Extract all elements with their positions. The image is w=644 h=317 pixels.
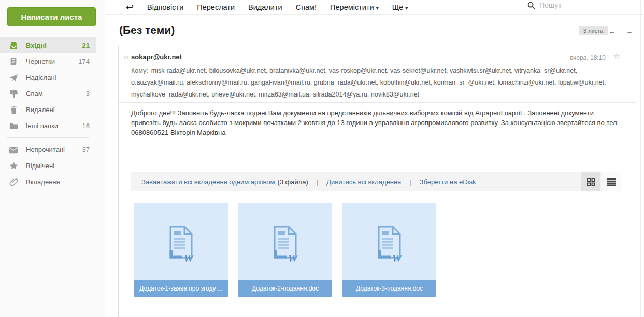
attachment-tiles: W Додаток-1-заява про згоду ... W Додато… [134, 203, 436, 297]
attachment-tile[interactable]: W Додаток-3-подання.doc [342, 203, 436, 297]
folder-icon [8, 121, 19, 131]
sidebar-divider [7, 137, 89, 138]
folder-label: Видалені [26, 106, 90, 114]
more-button[interactable]: Ще▾ [392, 3, 408, 11]
download-all-link[interactable]: Завантажити всі вкладення одним архівом [141, 178, 275, 186]
folder-label: Вхідні [26, 42, 82, 49]
save-to-edisk-link[interactable]: Зберегти на eDisk [420, 178, 476, 186]
thread-count-badge: 3 листа [579, 26, 608, 35]
svg-text:W: W [288, 252, 298, 264]
drafts-icon [8, 57, 19, 66]
folder-label: Спам [26, 90, 86, 98]
svg-text:W: W [392, 252, 403, 264]
attachment-tile[interactable]: W Додаток-1-заява про згоду ... [134, 203, 228, 297]
prev-message-arrow[interactable]: ← [609, 27, 616, 35]
inbox-icon [8, 41, 19, 50]
spam-button[interactable]: Спам! [296, 3, 317, 11]
sender-address[interactable]: sokapr@ukr.net [131, 53, 182, 61]
folder-label: Інші папки [26, 122, 82, 130]
sidebar-item-attachments[interactable]: Вкладення [0, 174, 96, 190]
message-date: вчора, 18:10 [570, 54, 606, 61]
folder-label: Чернетки [26, 58, 78, 65]
move-label: Перемістити [330, 3, 374, 11]
main-area: ↩ Відповісти Переслати Видалити Спам! Пе… [106, 0, 644, 317]
to-label: Кому: [131, 67, 148, 74]
link-separator: | [409, 178, 411, 186]
thread-title: (Без теми) [119, 24, 175, 36]
mail-app: Написати листа Вхідні 21 Чернетки 174 [0, 0, 644, 317]
sidebar: Написати листа Вхідні 21 Чернетки 174 [0, 0, 105, 317]
view-all-link[interactable]: Дивитись всі вкладення [326, 178, 401, 186]
word-document-icon: W [374, 225, 406, 266]
chevron-down-icon: ▾ [405, 5, 408, 11]
svg-text:W: W [183, 252, 194, 264]
attachment-name: Додаток-1-заява про згоду ... [134, 280, 228, 297]
folder-label: Вкладення [26, 178, 90, 186]
paperclip-icon [8, 177, 19, 187]
view-switcher [580, 172, 621, 191]
back-icon[interactable]: ↩ [126, 3, 134, 12]
list-view-icon [607, 178, 616, 186]
trash-icon [8, 105, 19, 115]
folder-count: 174 [78, 58, 90, 65]
thumbs-down-icon [8, 89, 19, 99]
next-message-arrow[interactable]: → [626, 27, 633, 35]
folder-count: 16 [82, 122, 90, 130]
attachment-name: Додаток-3-подання.doc [342, 280, 436, 297]
grid-view-button[interactable] [581, 172, 600, 191]
sidebar-item-other-folders[interactable]: Інші папки 16 [0, 118, 96, 134]
message-card: sokapr@ukr.net вчора, 18:10 ☆ Кому:misk-… [118, 46, 636, 317]
attachments-toolbar: Завантажити всі вкладення одним архівом … [131, 172, 621, 191]
folder-label: Надіслані [26, 74, 90, 81]
search-box [527, 1, 617, 9]
sidebar-item-trash[interactable]: Видалені [0, 102, 96, 118]
word-document-icon: W [165, 225, 197, 266]
attachment-tile[interactable]: W Додаток-2-подання.doc [238, 203, 332, 297]
header-divider [119, 102, 636, 103]
folder-count: 3 [86, 90, 90, 98]
attachment-name: Додаток-2-подання.doc [238, 280, 332, 297]
right-edge-divider [640, 0, 641, 317]
sent-icon [8, 73, 19, 82]
star-icon [8, 161, 19, 171]
word-document-icon: W [269, 225, 302, 266]
compose-button[interactable]: Написати листа [7, 7, 96, 26]
grid-view-icon [587, 178, 595, 186]
sidebar-item-spam[interactable]: Спам 3 [0, 86, 96, 102]
star-toggle-icon[interactable]: ☆ [613, 51, 620, 61]
search-icon [527, 2, 535, 9]
folder-list: Вхідні 21 Чернетки 174 Надіслані [0, 37, 96, 190]
message-toolbar: ↩ Відповісти Переслати Видалити Спам! Пе… [106, 0, 644, 15]
files-count: (3 файла) [277, 178, 308, 186]
recipients-block: Кому:misk-rada@ukr.net, bilousovka@ukr.n… [131, 65, 623, 101]
link-separator: | [317, 178, 318, 186]
recipients-list: misk-rada@ukr.net, bilousovka@ukr.net, b… [131, 67, 606, 98]
sidebar-item-drafts[interactable]: Чернетки 174 [0, 53, 96, 70]
folder-count: 21 [82, 42, 90, 49]
sidebar-item-unread[interactable]: Непрочитані 37 [0, 142, 96, 158]
folder-label: Непрочитані [26, 146, 82, 154]
chevron-down-icon: ▾ [376, 5, 379, 11]
more-label: Ще [392, 3, 404, 11]
sidebar-item-inbox[interactable]: Вхідні 21 [0, 37, 96, 53]
folder-count: 37 [82, 146, 90, 154]
read-status-dot[interactable] [124, 56, 128, 59]
sidebar-item-starred[interactable]: Відмічені [0, 158, 96, 174]
forward-button[interactable]: Переслати [197, 3, 235, 11]
reply-button[interactable]: Відповісти [147, 3, 183, 11]
list-view-button[interactable] [602, 172, 621, 191]
move-button[interactable]: Перемістити▾ [330, 3, 379, 11]
search-input[interactable] [539, 1, 617, 9]
message-body: Доброго дня!!! Заповніть будь-ласка пода… [131, 108, 621, 137]
delete-button[interactable]: Видалити [248, 3, 282, 11]
folder-label: Відмічені [26, 162, 90, 170]
envelope-icon [8, 145, 19, 155]
sidebar-item-sent[interactable]: Надіслані [0, 70, 96, 86]
